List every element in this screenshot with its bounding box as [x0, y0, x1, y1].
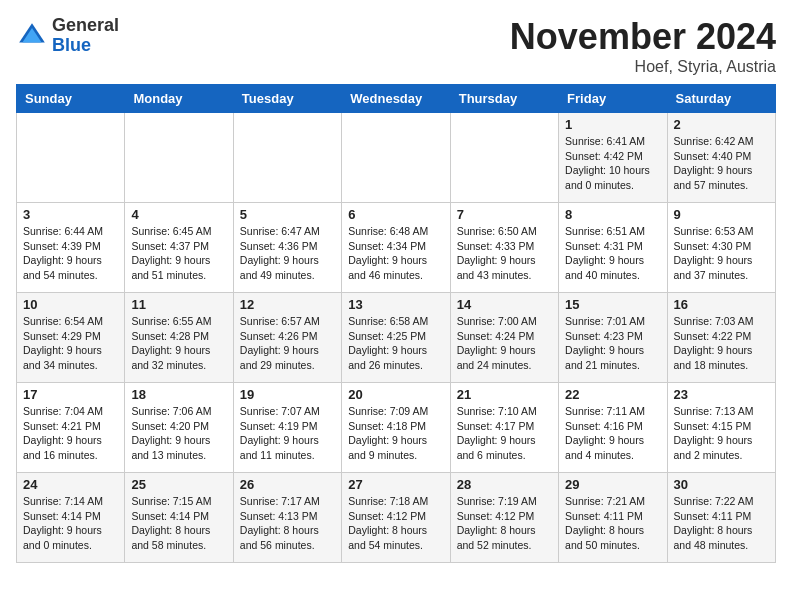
header-tuesday: Tuesday [233, 85, 341, 113]
day-detail: Sunrise: 6:47 AM Sunset: 4:36 PM Dayligh… [240, 224, 335, 283]
day-number: 15 [565, 297, 660, 312]
day-cell: 15Sunrise: 7:01 AM Sunset: 4:23 PM Dayli… [559, 293, 667, 383]
day-number: 22 [565, 387, 660, 402]
day-cell: 17Sunrise: 7:04 AM Sunset: 4:21 PM Dayli… [17, 383, 125, 473]
day-number: 29 [565, 477, 660, 492]
day-number: 17 [23, 387, 118, 402]
day-number: 13 [348, 297, 443, 312]
day-cell: 1Sunrise: 6:41 AM Sunset: 4:42 PM Daylig… [559, 113, 667, 203]
day-detail: Sunrise: 7:09 AM Sunset: 4:18 PM Dayligh… [348, 404, 443, 463]
day-detail: Sunrise: 7:01 AM Sunset: 4:23 PM Dayligh… [565, 314, 660, 373]
day-number: 24 [23, 477, 118, 492]
day-cell: 6Sunrise: 6:48 AM Sunset: 4:34 PM Daylig… [342, 203, 450, 293]
day-cell [450, 113, 558, 203]
logo: General Blue [16, 16, 119, 56]
day-cell: 19Sunrise: 7:07 AM Sunset: 4:19 PM Dayli… [233, 383, 341, 473]
day-detail: Sunrise: 6:42 AM Sunset: 4:40 PM Dayligh… [674, 134, 769, 193]
day-number: 30 [674, 477, 769, 492]
header-sunday: Sunday [17, 85, 125, 113]
day-cell: 28Sunrise: 7:19 AM Sunset: 4:12 PM Dayli… [450, 473, 558, 563]
day-detail: Sunrise: 6:51 AM Sunset: 4:31 PM Dayligh… [565, 224, 660, 283]
day-cell: 13Sunrise: 6:58 AM Sunset: 4:25 PM Dayli… [342, 293, 450, 383]
day-detail: Sunrise: 6:50 AM Sunset: 4:33 PM Dayligh… [457, 224, 552, 283]
day-detail: Sunrise: 6:41 AM Sunset: 4:42 PM Dayligh… [565, 134, 660, 193]
day-cell: 18Sunrise: 7:06 AM Sunset: 4:20 PM Dayli… [125, 383, 233, 473]
day-number: 11 [131, 297, 226, 312]
logo-blue: Blue [52, 36, 119, 56]
day-cell [17, 113, 125, 203]
day-detail: Sunrise: 7:14 AM Sunset: 4:14 PM Dayligh… [23, 494, 118, 553]
day-number: 1 [565, 117, 660, 132]
day-number: 25 [131, 477, 226, 492]
header: General Blue November 2024 Hoef, Styria,… [16, 16, 776, 76]
day-number: 27 [348, 477, 443, 492]
day-detail: Sunrise: 7:07 AM Sunset: 4:19 PM Dayligh… [240, 404, 335, 463]
day-detail: Sunrise: 7:17 AM Sunset: 4:13 PM Dayligh… [240, 494, 335, 553]
day-cell: 3Sunrise: 6:44 AM Sunset: 4:39 PM Daylig… [17, 203, 125, 293]
day-detail: Sunrise: 7:22 AM Sunset: 4:11 PM Dayligh… [674, 494, 769, 553]
day-cell: 27Sunrise: 7:18 AM Sunset: 4:12 PM Dayli… [342, 473, 450, 563]
week-row-5: 24Sunrise: 7:14 AM Sunset: 4:14 PM Dayli… [17, 473, 776, 563]
day-cell: 11Sunrise: 6:55 AM Sunset: 4:28 PM Dayli… [125, 293, 233, 383]
day-detail: Sunrise: 7:19 AM Sunset: 4:12 PM Dayligh… [457, 494, 552, 553]
week-row-2: 3Sunrise: 6:44 AM Sunset: 4:39 PM Daylig… [17, 203, 776, 293]
title-area: November 2024 Hoef, Styria, Austria [510, 16, 776, 76]
header-monday: Monday [125, 85, 233, 113]
day-detail: Sunrise: 7:00 AM Sunset: 4:24 PM Dayligh… [457, 314, 552, 373]
day-detail: Sunrise: 7:21 AM Sunset: 4:11 PM Dayligh… [565, 494, 660, 553]
day-detail: Sunrise: 7:04 AM Sunset: 4:21 PM Dayligh… [23, 404, 118, 463]
day-cell [233, 113, 341, 203]
day-number: 9 [674, 207, 769, 222]
week-row-3: 10Sunrise: 6:54 AM Sunset: 4:29 PM Dayli… [17, 293, 776, 383]
day-cell: 21Sunrise: 7:10 AM Sunset: 4:17 PM Dayli… [450, 383, 558, 473]
day-cell: 30Sunrise: 7:22 AM Sunset: 4:11 PM Dayli… [667, 473, 775, 563]
day-cell [125, 113, 233, 203]
day-detail: Sunrise: 7:10 AM Sunset: 4:17 PM Dayligh… [457, 404, 552, 463]
day-detail: Sunrise: 6:45 AM Sunset: 4:37 PM Dayligh… [131, 224, 226, 283]
day-cell: 8Sunrise: 6:51 AM Sunset: 4:31 PM Daylig… [559, 203, 667, 293]
day-number: 19 [240, 387, 335, 402]
day-detail: Sunrise: 6:57 AM Sunset: 4:26 PM Dayligh… [240, 314, 335, 373]
day-number: 26 [240, 477, 335, 492]
calendar-table: SundayMondayTuesdayWednesdayThursdayFrid… [16, 84, 776, 563]
day-cell: 4Sunrise: 6:45 AM Sunset: 4:37 PM Daylig… [125, 203, 233, 293]
day-number: 14 [457, 297, 552, 312]
logo-general: General [52, 16, 119, 36]
day-cell: 16Sunrise: 7:03 AM Sunset: 4:22 PM Dayli… [667, 293, 775, 383]
day-number: 5 [240, 207, 335, 222]
day-cell: 25Sunrise: 7:15 AM Sunset: 4:14 PM Dayli… [125, 473, 233, 563]
day-cell: 26Sunrise: 7:17 AM Sunset: 4:13 PM Dayli… [233, 473, 341, 563]
logo-icon [16, 20, 48, 52]
day-detail: Sunrise: 7:15 AM Sunset: 4:14 PM Dayligh… [131, 494, 226, 553]
calendar-header-row: SundayMondayTuesdayWednesdayThursdayFrid… [17, 85, 776, 113]
day-cell: 2Sunrise: 6:42 AM Sunset: 4:40 PM Daylig… [667, 113, 775, 203]
day-number: 28 [457, 477, 552, 492]
day-cell: 14Sunrise: 7:00 AM Sunset: 4:24 PM Dayli… [450, 293, 558, 383]
day-cell: 29Sunrise: 7:21 AM Sunset: 4:11 PM Dayli… [559, 473, 667, 563]
header-thursday: Thursday [450, 85, 558, 113]
day-cell: 23Sunrise: 7:13 AM Sunset: 4:15 PM Dayli… [667, 383, 775, 473]
day-cell: 20Sunrise: 7:09 AM Sunset: 4:18 PM Dayli… [342, 383, 450, 473]
header-wednesday: Wednesday [342, 85, 450, 113]
day-cell: 5Sunrise: 6:47 AM Sunset: 4:36 PM Daylig… [233, 203, 341, 293]
day-number: 6 [348, 207, 443, 222]
header-friday: Friday [559, 85, 667, 113]
location: Hoef, Styria, Austria [510, 58, 776, 76]
day-detail: Sunrise: 6:54 AM Sunset: 4:29 PM Dayligh… [23, 314, 118, 373]
day-detail: Sunrise: 6:44 AM Sunset: 4:39 PM Dayligh… [23, 224, 118, 283]
day-detail: Sunrise: 6:55 AM Sunset: 4:28 PM Dayligh… [131, 314, 226, 373]
day-cell: 9Sunrise: 6:53 AM Sunset: 4:30 PM Daylig… [667, 203, 775, 293]
day-cell: 7Sunrise: 6:50 AM Sunset: 4:33 PM Daylig… [450, 203, 558, 293]
day-cell: 24Sunrise: 7:14 AM Sunset: 4:14 PM Dayli… [17, 473, 125, 563]
week-row-4: 17Sunrise: 7:04 AM Sunset: 4:21 PM Dayli… [17, 383, 776, 473]
header-saturday: Saturday [667, 85, 775, 113]
day-number: 18 [131, 387, 226, 402]
day-detail: Sunrise: 7:18 AM Sunset: 4:12 PM Dayligh… [348, 494, 443, 553]
day-number: 3 [23, 207, 118, 222]
month-title: November 2024 [510, 16, 776, 58]
day-number: 21 [457, 387, 552, 402]
day-cell: 10Sunrise: 6:54 AM Sunset: 4:29 PM Dayli… [17, 293, 125, 383]
day-cell: 22Sunrise: 7:11 AM Sunset: 4:16 PM Dayli… [559, 383, 667, 473]
day-detail: Sunrise: 7:03 AM Sunset: 4:22 PM Dayligh… [674, 314, 769, 373]
day-number: 23 [674, 387, 769, 402]
